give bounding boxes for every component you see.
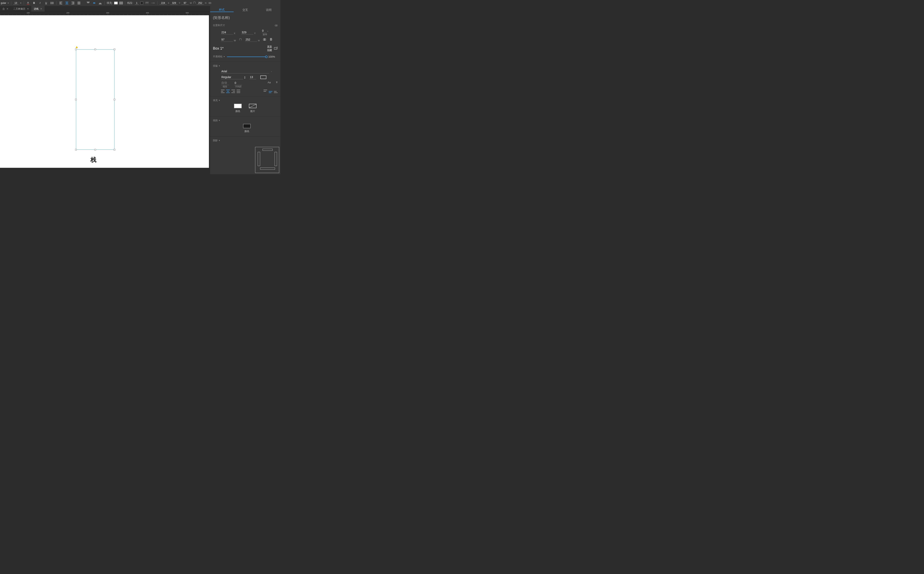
close-icon[interactable]: ✕ <box>27 8 29 10</box>
canvas-page[interactable]: 栈 <box>0 15 209 168</box>
component-name: Box 1* <box>213 46 223 50</box>
panel-tab-interaction[interactable]: 交互 <box>234 8 257 12</box>
w-input[interactable] <box>181 2 188 5</box>
fill-color-swatch[interactable] <box>234 104 242 108</box>
text-valign-top[interactable] <box>264 90 267 93</box>
text-color-button[interactable]: A <box>26 1 30 5</box>
pos-y-input[interactable] <box>241 30 253 35</box>
component-edit-icon[interactable] <box>274 47 278 50</box>
letter-spacing-input[interactable] <box>234 81 242 85</box>
align-center-button[interactable] <box>65 1 69 5</box>
resize-handle-sw[interactable] <box>75 149 77 151</box>
rotation-label: 旋转 <box>263 33 267 36</box>
align-left-button[interactable] <box>59 1 63 5</box>
svg-point-0 <box>51 2 51 2</box>
visibility-toggle[interactable] <box>275 24 278 27</box>
valign-middle-button[interactable] <box>92 1 97 5</box>
section-line: 线段 ▼ 颜色 <box>210 117 280 136</box>
font-size-input[interactable] <box>13 2 19 5</box>
font-family-select[interactable] <box>221 69 269 73</box>
minimap-overlay[interactable] <box>255 147 279 173</box>
resize-handle-s[interactable] <box>94 149 96 151</box>
line-color-swatch[interactable] <box>243 124 251 128</box>
line-style-button[interactable] <box>145 1 149 5</box>
arrow-style-button[interactable] <box>151 1 155 5</box>
h-input[interactable] <box>197 2 204 5</box>
tab-label: 二叉树遍历 <box>13 7 25 11</box>
size-w-input[interactable] <box>221 38 233 42</box>
fill-image-swatch[interactable] <box>249 104 256 108</box>
text-valign-bottom[interactable] <box>274 90 278 93</box>
align-justify-button[interactable] <box>77 1 81 5</box>
text-align-center[interactable] <box>226 90 230 93</box>
caret-down-icon[interactable]: ⌄ <box>271 71 272 72</box>
line-height-input[interactable] <box>221 81 229 85</box>
flip-vertical-button[interactable] <box>270 38 272 41</box>
text-case-button[interactable]: Aa <box>267 81 271 84</box>
text-align-justify[interactable] <box>237 90 240 93</box>
line-height-label: 线段 <box>223 85 227 88</box>
y-input[interactable] <box>170 2 177 5</box>
selected-shape[interactable] <box>76 49 114 150</box>
text-box-icon[interactable] <box>260 76 266 79</box>
section-fill: 填充 ▼ 颜色 图片 <box>210 97 280 115</box>
anchor-marker[interactable] <box>76 46 78 49</box>
svg-rect-29 <box>263 39 264 40</box>
strikethrough-button[interactable]: T <box>276 81 278 84</box>
fill-image-label: 图片 <box>249 110 256 113</box>
resize-handle-ne[interactable] <box>114 49 115 50</box>
x-input[interactable] <box>160 2 167 5</box>
text-align-right[interactable] <box>231 90 235 93</box>
opacity-slider[interactable] <box>227 57 266 57</box>
font-weight-dropdown[interactable]: gular ▼ <box>1 2 9 5</box>
fill-color-swatch[interactable] <box>114 2 118 5</box>
ruler-mark: 100 <box>27 12 30 14</box>
canvas-area[interactable]: 栈 <box>0 15 210 174</box>
underline-button[interactable]: U <box>44 1 48 5</box>
rotation-input[interactable] <box>262 29 267 33</box>
font-weight-select[interactable] <box>221 75 243 79</box>
panel-tab-style[interactable]: 样式 <box>210 7 234 12</box>
component-update-link[interactable]: 更新 <box>267 45 272 48</box>
line-color-swatch[interactable] <box>141 2 143 5</box>
valign-bottom-button[interactable] <box>98 1 103 5</box>
panel-tab-notes[interactable]: 说明 <box>257 8 280 12</box>
shape-name[interactable]: (矩形名称) <box>210 13 280 22</box>
stepper-icon[interactable]: ▴▾ <box>244 76 245 79</box>
align-right-button[interactable] <box>71 1 75 5</box>
bold-button[interactable]: B <box>32 1 36 5</box>
font-size-input[interactable] <box>250 75 256 79</box>
component-create-link[interactable]: 创建 <box>267 48 272 52</box>
italic-button[interactable]: I <box>38 1 43 5</box>
tab-label: 合 <box>2 7 5 11</box>
resize-handle-e[interactable] <box>114 99 115 100</box>
ruler-mark: 300 <box>106 12 109 14</box>
fill-color-swatch-2[interactable] <box>119 2 123 5</box>
close-icon[interactable]: ✕ <box>40 8 42 10</box>
text-align-left[interactable] <box>221 90 225 93</box>
size-h-input[interactable] <box>245 38 257 42</box>
pos-x-input[interactable] <box>221 30 233 35</box>
lock-icon[interactable] <box>193 2 195 4</box>
resize-handle-w[interactable] <box>75 99 77 100</box>
line-width-input[interactable] <box>135 2 139 5</box>
slider-knob[interactable] <box>265 55 267 58</box>
section-typography: 排版 ▼ ⌄ ▴▾ 线段 字间距 Aa T <box>210 63 280 95</box>
valign-top-button[interactable] <box>86 1 90 5</box>
tab-item[interactable]: 合 ✕ <box>0 6 11 12</box>
bullet-list-button[interactable] <box>50 1 54 5</box>
close-icon[interactable]: ✕ <box>6 8 8 10</box>
lock-icon[interactable] <box>239 38 241 40</box>
resize-handle-se[interactable] <box>114 149 115 151</box>
svg-marker-28 <box>76 46 78 48</box>
caret-down-icon[interactable]: ▼ <box>20 2 22 4</box>
text-valign-middle[interactable] <box>269 90 272 93</box>
component-section: Box 1* 更新 创建 <box>210 44 280 54</box>
resize-handle-n[interactable] <box>94 49 96 50</box>
section-title: 排版 <box>213 64 218 68</box>
visibility-toggle[interactable] <box>208 2 212 4</box>
section-title: 线段 <box>213 119 218 122</box>
tab-item[interactable]: 二叉树遍历 ✕ <box>11 6 31 12</box>
tab-item[interactable]: 进栈 ✕ <box>31 6 44 12</box>
flip-horizontal-button[interactable] <box>263 38 266 41</box>
